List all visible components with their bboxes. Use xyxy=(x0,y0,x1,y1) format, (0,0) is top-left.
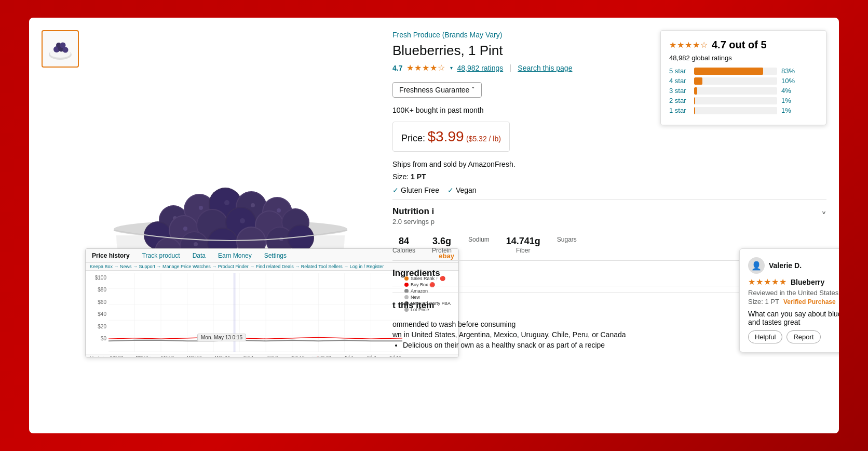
bar-label-1: 1 star xyxy=(669,107,690,114)
bar-track-5 xyxy=(694,68,777,75)
product-image-area: Price history Track product Data Earn Mo… xyxy=(85,30,376,357)
svg-point-28 xyxy=(183,227,187,231)
svg-point-14 xyxy=(199,206,203,210)
bar-track-3 xyxy=(694,87,777,95)
bar-track-2 xyxy=(694,97,777,104)
nutrition-item-calories: 84 Calories xyxy=(392,236,415,254)
badge-gluten-free: ✓ Gluten Free xyxy=(392,186,439,194)
ratings-overlay-header: ★ ★ ★ ★ ☆ 4.7 out of 5 xyxy=(669,39,818,51)
bar-fill-5 xyxy=(694,68,763,75)
ph-tab-price-history[interactable]: Price history xyxy=(90,251,132,260)
nutrition-item-fiber: 14.741g Fiber xyxy=(506,236,540,254)
rating-bar-4star[interactable]: 4 star 10% xyxy=(669,77,818,85)
reviewer-avatar: 👤 xyxy=(748,257,765,274)
bar-pct-4: 10% xyxy=(781,77,798,85)
svg-point-20 xyxy=(251,203,255,207)
report-button[interactable]: Report xyxy=(786,330,820,343)
bar-pct-5: 83% xyxy=(781,67,798,75)
stars-display: ★ ★ ★ ★ ☆ xyxy=(406,63,445,73)
ph-date-badge: Mon. May 13 0:15 xyxy=(197,332,246,341)
bar-label-3: 3 star xyxy=(669,87,690,95)
ph-tab-data[interactable]: Data xyxy=(191,251,208,260)
about-title: t this item xyxy=(392,300,434,311)
nutrition-title: Nutrition i xyxy=(392,206,435,217)
size-row: Size: 1 PT xyxy=(392,173,826,181)
page-container: Price history Track product Data Earn Mo… xyxy=(29,18,839,433)
price-box: Price: $3.99 ($5.32 / lb) xyxy=(392,122,510,152)
svg-point-17 xyxy=(224,200,229,205)
overlay-rating-num: 4.7 out of 5 xyxy=(712,39,767,51)
freshness-guarantee-button[interactable]: Freshness Guarantee ˅ xyxy=(392,82,482,98)
brand-link[interactable]: Fresh Produce (Brands May Vary) xyxy=(392,31,502,39)
rating-bars: 5 star 83% 4 star 10% 3 st xyxy=(669,67,818,114)
nutrition-item-protein: 3.6g Protein xyxy=(432,236,452,254)
badges-row: ✓ Gluten Free ✓ Vegan xyxy=(392,186,826,194)
rating-bar-3star[interactable]: 3 star 4% xyxy=(669,87,818,95)
helpful-button[interactable]: Helpful xyxy=(748,330,782,343)
details-right-wrapper: Fresh Produce (Brands May Vary) Blueberr… xyxy=(386,30,826,357)
bar-track-4 xyxy=(694,77,777,85)
stars-chevron[interactable]: ▾ xyxy=(450,65,453,71)
nutrition-section-header[interactable]: Nutrition i 2.0 servings p ˅ xyxy=(392,200,826,232)
nutrition-sub: 2.0 servings p xyxy=(392,218,435,226)
review-overlay: 👤 Valerie D. ★ ★ ★ ★ ★ Blueberry Reviewe… xyxy=(739,248,839,352)
review-date: Reviewed in the United States on June 30… xyxy=(748,289,839,297)
badge-label-1: Gluten Free xyxy=(401,186,439,194)
review-text: What can you say about blueberries. Good… xyxy=(748,310,839,326)
review-product: Blueberry xyxy=(791,278,824,286)
avatar-icon: 👤 xyxy=(751,261,762,271)
size-label: Size: xyxy=(392,173,409,181)
bar-pct-3: 4% xyxy=(781,87,798,95)
bar-fill-1 xyxy=(694,107,695,114)
ships-from: Ships from and sold by AmazonFresh. xyxy=(392,160,826,168)
svg-point-33 xyxy=(240,218,245,223)
ratings-overlay: ★ ★ ★ ★ ☆ 4.7 out of 5 48,982 global rat… xyxy=(660,30,826,125)
check-icon-2: ✓ xyxy=(447,186,454,194)
rating-bar-1star[interactable]: 1 star 1% xyxy=(669,107,818,114)
rating-bar-2star[interactable]: 2 star 1% xyxy=(669,97,818,104)
bar-fill-2 xyxy=(694,97,695,104)
bar-fill-3 xyxy=(694,87,697,95)
price-main: $3.99 xyxy=(427,128,464,144)
ph-tab-earn[interactable]: Earn Money xyxy=(216,251,254,260)
price-label: Price: xyxy=(401,133,425,143)
ph-y-axis: $100 $80 $60 $40 $20 $0 xyxy=(90,273,108,352)
ratings-count-link[interactable]: 48,982 ratings xyxy=(457,64,503,72)
ph-tab-settings[interactable]: Settings xyxy=(262,251,289,260)
bar-pct-1: 1% xyxy=(781,107,798,114)
size-value: 1 PT xyxy=(411,173,426,181)
review-stars-row: ★ ★ ★ ★ ★ Blueberry xyxy=(748,277,839,287)
bar-label-4: 4 star xyxy=(669,77,690,85)
bar-fill-4 xyxy=(694,77,702,85)
ph-tab-track[interactable]: Track product xyxy=(140,251,182,260)
check-icon-1: ✓ xyxy=(392,186,399,194)
svg-point-23 xyxy=(277,208,281,213)
product-thumbnail[interactable] xyxy=(42,30,79,68)
image-section: Price history Track product Data Earn Mo… xyxy=(42,30,374,357)
rating-bar-5star[interactable]: 5 star 83% xyxy=(669,67,818,75)
bar-label-5: 5 star xyxy=(669,67,690,75)
nutrition-chevron: ˅ xyxy=(821,210,826,222)
nutrition-item-sodium: Sodium xyxy=(468,236,490,254)
bar-track-1 xyxy=(694,107,777,114)
overlay-stars: ★ ★ ★ ★ ☆ xyxy=(669,40,708,50)
review-meta: Size: 1 PT Verified Purchase xyxy=(748,298,839,306)
price-per: ($5.32 / lb) xyxy=(466,135,501,143)
overlay-global-ratings: 48,982 global ratings xyxy=(669,54,818,62)
review-actions: Helpful Report xyxy=(748,330,839,343)
svg-point-6 xyxy=(60,43,66,48)
main-layout: Price history Track product Data Earn Mo… xyxy=(42,30,826,357)
bar-label-2: 2 star xyxy=(669,97,690,104)
bar-pct-2: 1% xyxy=(781,97,798,104)
rating-score: 4.7 xyxy=(392,64,402,72)
badge-label-2: Vegan xyxy=(456,186,477,194)
ph-x-labels: Apr 23May 1May 8May 16May 24Jun 1Jun 8Ju… xyxy=(108,355,402,357)
search-page-link[interactable]: Search this page xyxy=(518,64,572,72)
reviewer-name: Valerie D. xyxy=(769,261,802,270)
verified-badge: Verified Purchase xyxy=(783,298,836,306)
review-size: Size: 1 PT xyxy=(748,298,779,306)
svg-point-42 xyxy=(194,242,198,246)
ph-chart: Apr 23May 1May 8May 16May 24Jun 1Jun 8Ju… xyxy=(108,273,402,352)
thumbnail-list xyxy=(42,30,79,357)
review-stars: ★ ★ ★ ★ ★ xyxy=(748,277,786,287)
